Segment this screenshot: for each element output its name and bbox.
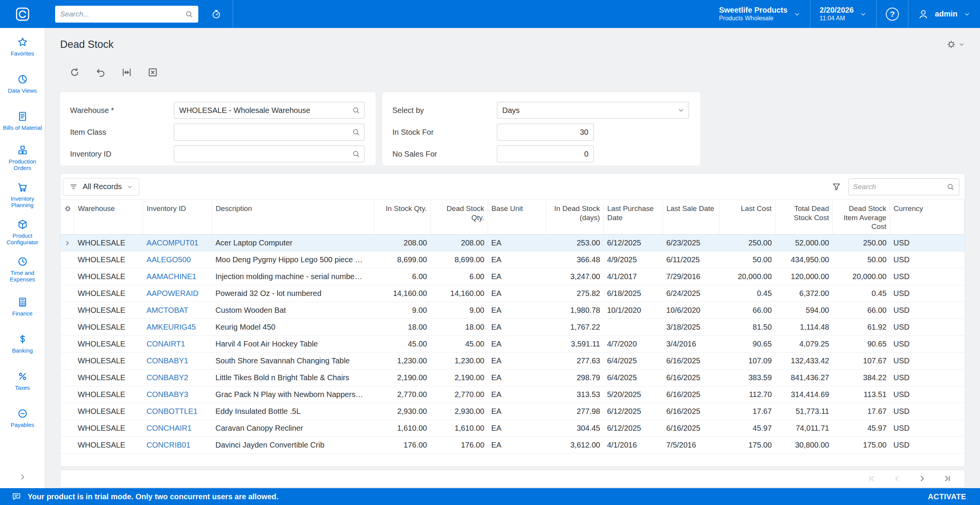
- cell-last-sale-date[interactable]: 6/16/2025: [663, 352, 719, 369]
- cell-last-cost[interactable]: 250.00: [719, 234, 775, 251]
- business-date-button[interactable]: [211, 8, 222, 20]
- cell-in-stock-qty[interactable]: 1,230.00: [374, 352, 431, 369]
- table-row[interactable]: WHOLESALECONBOTTLE1Eddy Insulated Bottle…: [60, 403, 965, 420]
- cell-currency[interactable]: USD: [890, 420, 965, 436]
- inventory-id-input[interactable]: [174, 146, 364, 162]
- cell-last-cost[interactable]: 0.45: [719, 285, 775, 302]
- cell-base-unit[interactable]: EA: [488, 319, 546, 335]
- warehouse-lookup-icon[interactable]: [352, 106, 360, 114]
- inventory-id-link[interactable]: CONCHAIR1: [147, 424, 192, 432]
- cell-base-unit[interactable]: EA: [488, 420, 546, 436]
- global-search-input[interactable]: [60, 10, 182, 18]
- cell-last-purchase-date[interactable]: 6/4/2025: [604, 352, 663, 369]
- cell-in-dead-stock-days[interactable]: 366.48: [546, 251, 604, 268]
- cell-currency[interactable]: USD: [890, 436, 965, 453]
- grid-search-input[interactable]: [853, 183, 943, 191]
- column-settings-button[interactable]: [60, 200, 74, 234]
- cell-total-dead-stock-cost[interactable]: 51,773.11: [775, 403, 833, 420]
- cell-inventory-id[interactable]: CONBOTTLE1: [143, 403, 212, 420]
- cell-base-unit[interactable]: EA: [488, 386, 546, 403]
- cell-currency[interactable]: USD: [890, 319, 965, 335]
- column-header-description[interactable]: Description: [212, 200, 374, 234]
- cell-last-purchase-date[interactable]: 6/18/2025: [604, 285, 663, 302]
- cell-in-stock-qty[interactable]: 9.00: [374, 302, 431, 319]
- column-header-dead-stock-qty[interactable]: Dead Stock Qty.: [430, 200, 488, 234]
- cell-dead-stock-qty[interactable]: 8,699.00: [430, 251, 488, 268]
- cell-total-dead-stock-cost[interactable]: 132,433.42: [775, 352, 833, 369]
- cell-last-sale-date[interactable]: 6/23/2025: [663, 234, 719, 251]
- cell-in-stock-qty[interactable]: 176.00: [374, 436, 431, 453]
- cell-in-stock-qty[interactable]: 2,190.00: [374, 369, 431, 386]
- cell-inventory-id[interactable]: AMCTOBAT: [143, 302, 212, 319]
- tenant-menu[interactable]: Sweetlife Products Products Wholesale: [710, 0, 810, 28]
- inventory-id-link[interactable]: AAPOWERAID: [147, 289, 199, 297]
- previous-page-button[interactable]: [893, 474, 901, 483]
- cell-base-unit[interactable]: EA: [488, 302, 546, 319]
- cell-warehouse[interactable]: WHOLESALE: [74, 335, 143, 352]
- table-row[interactable]: WHOLESALECONBABY2Little Tikes Bold n Bri…: [60, 369, 965, 386]
- cell-last-sale-date[interactable]: 3/4/2016: [663, 335, 719, 352]
- cell-currency[interactable]: USD: [890, 251, 965, 268]
- sidebar-item-production-orders[interactable]: Production Orders: [0, 139, 45, 177]
- sidebar-item-taxes[interactable]: Taxes: [0, 362, 45, 399]
- table-row[interactable]: WHOLESALEAAMACHINE1Injection molding mac…: [60, 268, 965, 285]
- cell-inventory-id[interactable]: AAPOWERAID: [143, 285, 212, 302]
- inventory-id-link[interactable]: CONAIRT1: [147, 340, 185, 348]
- table-row[interactable]: WHOLESALEAMKEURIG45Keurig Model 45018.00…: [60, 319, 965, 335]
- cell-last-cost[interactable]: 66.00: [719, 302, 775, 319]
- no-sales-for-input[interactable]: [497, 146, 593, 162]
- cell-base-unit[interactable]: EA: [488, 403, 546, 420]
- cell-in-dead-stock-days[interactable]: 1,980.78: [546, 302, 604, 319]
- records-filter-dropdown[interactable]: All Records: [63, 178, 139, 196]
- cell-total-dead-stock-cost[interactable]: 434,950.00: [775, 251, 833, 268]
- inventory-id-link[interactable]: CONCRIB01: [147, 441, 190, 449]
- cell-warehouse[interactable]: WHOLESALE: [74, 420, 143, 436]
- cell-in-dead-stock-days[interactable]: 277.98: [546, 403, 604, 420]
- user-menu[interactable]: admin: [908, 0, 980, 28]
- cell-inventory-id[interactable]: AACOMPUT01: [143, 234, 212, 251]
- cell-avg-cost[interactable]: 20,000.00: [833, 268, 890, 285]
- cell-inventory-id[interactable]: AALEGO500: [143, 251, 212, 268]
- row-expand-cell[interactable]: [60, 319, 74, 335]
- sidebar-item-bills-of-material[interactable]: Bills of Material: [0, 102, 45, 139]
- cell-warehouse[interactable]: WHOLESALE: [74, 436, 143, 453]
- cell-description[interactable]: Moo Deng Pygmy Hippo Lego 500 piece …: [212, 251, 374, 268]
- cell-last-sale-date[interactable]: 7/5/2016: [663, 436, 719, 453]
- cell-in-stock-qty[interactable]: 6.00: [374, 268, 431, 285]
- cell-avg-cost[interactable]: 61.92: [833, 319, 890, 335]
- cell-total-dead-stock-cost[interactable]: 52,000.00: [775, 234, 833, 251]
- cell-base-unit[interactable]: EA: [488, 285, 546, 302]
- cell-avg-cost[interactable]: 250.00: [833, 234, 890, 251]
- cell-avg-cost[interactable]: 50.00: [833, 251, 890, 268]
- cell-avg-cost[interactable]: 66.00: [833, 302, 890, 319]
- cell-description[interactable]: Little Tikes Bold n Bright Table & Chair…: [212, 369, 374, 386]
- cell-last-cost[interactable]: 175.00: [719, 436, 775, 453]
- sidebar-item-time-and-expenses[interactable]: Time and Expenses: [0, 251, 45, 288]
- column-header-currency[interactable]: Currency: [890, 200, 965, 234]
- cell-last-purchase-date[interactable]: 6/4/2025: [604, 369, 663, 386]
- help-menu[interactable]: ?: [877, 0, 908, 28]
- sidebar-item-payables[interactable]: Payables: [0, 399, 45, 436]
- inventory-id-link[interactable]: CONBABY3: [147, 390, 188, 399]
- cell-currency[interactable]: USD: [890, 352, 965, 369]
- column-header-last-cost[interactable]: Last Cost: [719, 200, 775, 234]
- cell-total-dead-stock-cost[interactable]: 1,114.48: [775, 319, 833, 335]
- page-settings-chevron-icon[interactable]: [958, 41, 965, 48]
- search-icon[interactable]: [946, 183, 955, 191]
- cell-dead-stock-qty[interactable]: 1,230.00: [430, 352, 488, 369]
- row-expand-cell[interactable]: [60, 403, 74, 420]
- cell-currency[interactable]: USD: [890, 285, 965, 302]
- filter-settings-button[interactable]: [831, 182, 841, 192]
- cell-in-dead-stock-days[interactable]: 253.00: [546, 234, 604, 251]
- cell-in-dead-stock-days[interactable]: 275.82: [546, 285, 604, 302]
- cell-currency[interactable]: USD: [890, 369, 965, 386]
- cell-last-purchase-date[interactable]: 6/12/2025: [604, 403, 663, 420]
- table-row[interactable]: WHOLESALEAMCTOBATCustom Wooden Bat9.009.…: [60, 302, 965, 319]
- cell-last-sale-date[interactable]: 6/16/2025: [663, 369, 719, 386]
- cell-total-dead-stock-cost[interactable]: 594.00: [775, 302, 833, 319]
- column-header-avg-cost[interactable]: Dead Stock Item Average Cost: [833, 200, 890, 234]
- cell-currency[interactable]: USD: [890, 386, 965, 403]
- cell-inventory-id[interactable]: CONCHAIR1: [143, 420, 212, 436]
- inventory-id-lookup-icon[interactable]: [352, 150, 360, 158]
- cell-last-cost[interactable]: 17.67: [719, 403, 775, 420]
